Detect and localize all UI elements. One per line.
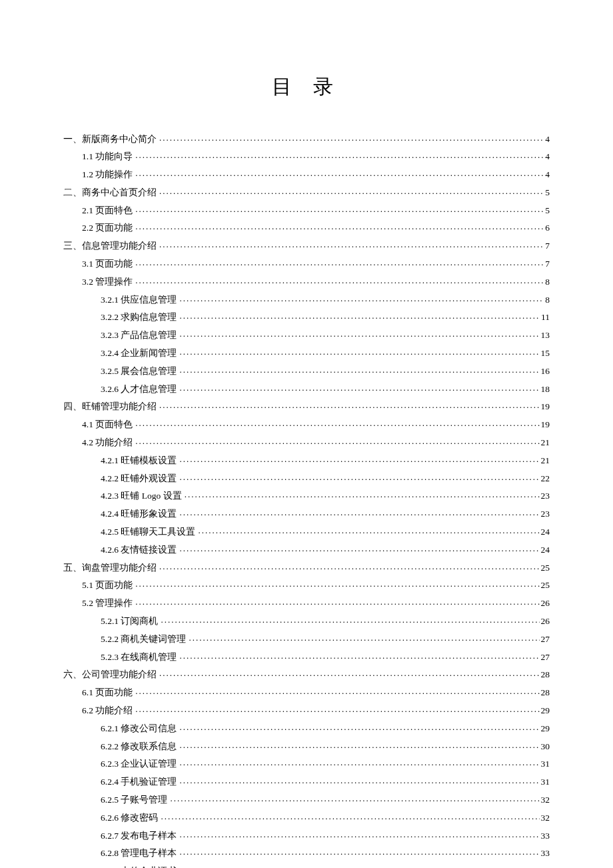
toc-entry[interactable]: 6.2.5 子账号管理32	[63, 793, 550, 804]
toc-entry[interactable]: 4.2.1 旺铺模板设置21	[63, 454, 550, 465]
toc-entry[interactable]: 4.2.6 友情链接设置24	[63, 543, 550, 554]
toc-leader-dots	[135, 687, 539, 696]
toc-leader-dots	[179, 472, 539, 481]
toc-entry[interactable]: 4.2 功能介绍21	[63, 437, 550, 447]
toc-entry[interactable]: 六、公司管理功能介绍28	[63, 669, 550, 679]
toc-entry[interactable]: 五、询盘管理功能介绍25	[63, 561, 550, 572]
toc-label: 1.1 功能向导	[82, 152, 135, 161]
toc-page-number: 18	[540, 385, 550, 394]
toc-leader-dots	[135, 258, 544, 267]
toc-page-number: 24	[540, 545, 550, 555]
toc-leader-dots	[179, 829, 539, 839]
toc-entry[interactable]: 2.2 页面功能6	[63, 222, 550, 233]
toc-entry[interactable]: 2.1 页面特色5	[63, 204, 550, 215]
toc-entry[interactable]: 5.2.2 商机关键词管理27	[63, 633, 550, 643]
toc-label: 4.2 功能介绍	[82, 438, 135, 447]
toc-page-number: 16	[540, 367, 550, 376]
toc-entry[interactable]: 3.1 页面功能7	[63, 258, 550, 269]
toc-label: 4.2.3 旺铺 Logo 设置	[101, 491, 185, 501]
toc-entry[interactable]: 6.2.4 手机验证管理31	[63, 776, 550, 787]
toc-leader-dots	[135, 705, 539, 714]
toc-label: 5.2 管理操作	[82, 599, 135, 608]
toc-page-number: 26	[540, 599, 550, 608]
toc-entry[interactable]: 4.2.5 旺铺聊天工具设置24	[63, 526, 550, 537]
toc-page-number: 19	[540, 420, 550, 429]
toc-entry[interactable]: 3.2 管理操作8	[63, 275, 550, 286]
toc-leader-dots	[159, 240, 544, 249]
toc-label: 六、公司管理功能介绍	[63, 670, 159, 679]
table-of-contents: 一、新版商务中心简介41.1 功能向导41.2 功能操作4二、商务中心首页介绍5…	[63, 133, 550, 868]
toc-entry[interactable]: 二、商务中心首页介绍5	[63, 186, 550, 197]
toc-leader-dots	[179, 383, 539, 392]
toc-leader-dots	[159, 561, 540, 571]
toc-label: 6.2.1 修改公司信息	[101, 724, 179, 733]
toc-label: 6.1 页面功能	[82, 688, 135, 697]
toc-entry[interactable]: 5.2.3 在线商机管理27	[63, 651, 550, 661]
toc-entry[interactable]: 6.2.9 上传企业证书34	[63, 865, 550, 868]
toc-entry[interactable]: 6.2 功能介绍29	[63, 705, 550, 715]
toc-entry[interactable]: 1.1 功能向导4	[63, 151, 550, 161]
toc-leader-dots	[185, 490, 540, 499]
toc-label: 3.2.2 求购信息管理	[101, 313, 179, 322]
toc-page-number: 23	[540, 509, 550, 519]
toc-page-number: 29	[540, 706, 550, 715]
toc-entry[interactable]: 6.2.6 修改密码32	[63, 811, 550, 822]
toc-leader-dots	[179, 722, 539, 731]
toc-entry[interactable]: 4.2.3 旺铺 Logo 设置23	[63, 490, 550, 501]
toc-entry[interactable]: 5.2 管理操作26	[63, 597, 550, 608]
toc-leader-dots	[179, 758, 539, 767]
toc-entry[interactable]: 3.2.1 供应信息管理8	[63, 293, 550, 304]
toc-page-number: 4	[544, 135, 550, 144]
toc-label: 三、信息管理功能介绍	[63, 241, 159, 251]
toc-page-number: 24	[540, 527, 550, 537]
toc-label: 四、旺铺管理功能介绍	[63, 402, 159, 411]
toc-page-number: 19	[540, 402, 550, 411]
toc-leader-dots	[179, 454, 539, 463]
toc-leader-dots	[135, 169, 544, 178]
toc-page-number: 21	[540, 438, 550, 447]
toc-label: 5.2.2 商机关键词管理	[101, 635, 189, 644]
toc-label: 1.2 功能操作	[82, 170, 135, 179]
toc-page-number: 4	[544, 152, 550, 161]
toc-entry[interactable]: 3.2.2 求购信息管理11	[63, 311, 550, 322]
toc-page-number: 27	[540, 653, 550, 662]
toc-entry[interactable]: 四、旺铺管理功能介绍19	[63, 401, 550, 411]
toc-entry[interactable]: 6.2.7 发布电子样本33	[63, 829, 550, 840]
toc-label: 4.2.6 友情链接设置	[101, 545, 179, 555]
toc-leader-dots	[161, 811, 539, 821]
toc-entry[interactable]: 5.1 页面功能25	[63, 579, 550, 590]
toc-leader-dots	[159, 133, 544, 142]
toc-page-number: 29	[540, 724, 550, 733]
toc-label: 6.2.6 修改密码	[101, 813, 161, 823]
toc-entry[interactable]: 一、新版商务中心简介4	[63, 133, 550, 143]
toc-page-number: 15	[540, 349, 550, 358]
toc-entry[interactable]: 5.2.1 订阅商机26	[63, 615, 550, 626]
toc-entry[interactable]: 1.2 功能操作4	[63, 169, 550, 179]
toc-label: 2.1 页面特色	[82, 206, 135, 215]
toc-entry[interactable]: 4.2.2 旺铺外观设置22	[63, 472, 550, 483]
toc-leader-dots	[135, 597, 539, 607]
toc-entry[interactable]: 三、信息管理功能介绍7	[63, 240, 550, 251]
toc-leader-dots	[179, 329, 539, 339]
toc-leader-dots	[135, 222, 544, 231]
toc-label: 3.2.1 供应信息管理	[101, 295, 179, 305]
toc-entry[interactable]: 6.1 页面功能28	[63, 687, 550, 697]
toc-page-number: 23	[540, 491, 550, 501]
toc-entry[interactable]: 6.2.8 管理电子样本33	[63, 847, 550, 858]
toc-entry[interactable]: 4.1 页面特色19	[63, 419, 550, 429]
toc-label: 5.1 页面功能	[82, 581, 135, 590]
toc-leader-dots	[179, 740, 539, 749]
toc-entry[interactable]: 6.2.2 修改联系信息30	[63, 740, 550, 751]
toc-leader-dots	[135, 151, 544, 160]
toc-label: 6.2.3 企业认证管理	[101, 759, 179, 769]
toc-label: 6.2.8 管理电子样本	[101, 849, 179, 858]
toc-entry[interactable]: 6.2.3 企业认证管理31	[63, 758, 550, 769]
toc-entry[interactable]: 6.2.1 修改公司信息29	[63, 722, 550, 733]
toc-entry[interactable]: 3.2.4 企业新闻管理15	[63, 347, 550, 358]
toc-page-number: 27	[540, 635, 550, 644]
toc-entry[interactable]: 3.2.5 展会信息管理16	[63, 365, 550, 375]
toc-entry[interactable]: 3.2.6 人才信息管理18	[63, 383, 550, 393]
toc-label: 3.2.4 企业新闻管理	[101, 349, 179, 358]
toc-entry[interactable]: 4.2.4 旺铺形象设置23	[63, 508, 550, 519]
toc-entry[interactable]: 3.2.3 产品信息管理13	[63, 329, 550, 340]
